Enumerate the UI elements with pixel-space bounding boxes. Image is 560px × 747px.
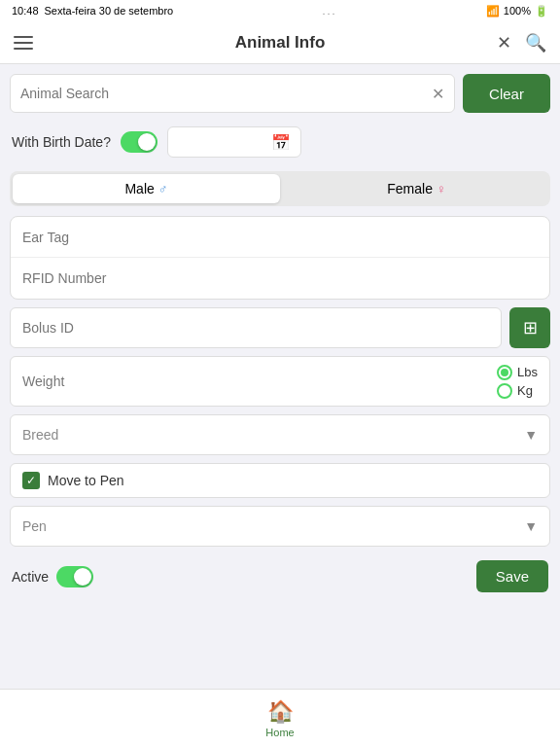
clear-button[interactable]: Clear (463, 74, 550, 113)
content: ✕ Clear With Birth Date? 30/09/2022 📅 Ma… (0, 64, 560, 606)
pen-chevron-icon: ▼ (524, 518, 538, 534)
breed-dropdown[interactable]: Breed ▼ (10, 414, 550, 455)
active-label: Active (12, 569, 49, 585)
date-input[interactable]: 30/09/2022 (178, 134, 265, 150)
qr-icon: ⊞ (523, 317, 538, 338)
search-row: ✕ Clear (10, 74, 550, 113)
ear-tag-field (11, 217, 549, 258)
calendar-icon[interactable]: 📅 (271, 133, 291, 152)
bottom-nav: 🏠 Home (0, 689, 560, 747)
date: Sexta-feira 30 de setembro (45, 5, 174, 17)
ear-rfid-section (10, 216, 550, 300)
female-label: Female (387, 181, 433, 196)
status-bar: 10:48 Sexta-feira 30 de setembro ... 📶 1… (0, 0, 560, 21)
search-input-wrapper: ✕ (10, 74, 455, 113)
breed-label: Breed (22, 427, 58, 443)
time: 10:48 (12, 5, 39, 17)
bolus-input-wrapper (10, 307, 502, 348)
kg-option[interactable]: Kg (497, 383, 538, 399)
battery-indicator: 100% (504, 5, 531, 17)
qr-scan-button[interactable]: ⊞ (509, 307, 550, 348)
home-icon[interactable]: 🏠 (267, 699, 294, 725)
lbs-label: Lbs (517, 365, 538, 379)
menu-button[interactable] (14, 36, 33, 50)
active-left: Active (12, 566, 93, 587)
status-bar-right: 📶 100% 🔋 (486, 5, 548, 18)
gender-row: Male ♂ Female ♀ (10, 171, 550, 206)
move-to-pen-row: ✓ Move to Pen (10, 463, 550, 498)
rfid-field (11, 258, 549, 299)
pen-dropdown[interactable]: Pen ▼ (10, 506, 550, 547)
weight-row: Lbs Kg (10, 356, 550, 407)
battery-icon: 🔋 (535, 5, 548, 18)
male-icon: ♂ (158, 182, 168, 196)
header-icons: ✕ 🔍 (497, 32, 546, 53)
active-toggle[interactable] (56, 566, 93, 587)
bluetooth-icon[interactable]: ✕ (497, 32, 511, 53)
lbs-option[interactable]: Lbs (497, 365, 538, 380)
home-label: Home (265, 727, 294, 738)
female-icon: ♀ (437, 182, 446, 196)
status-dots: ... (322, 5, 336, 17)
breed-chevron-icon: ▼ (524, 427, 538, 443)
status-bar-left: 10:48 Sexta-feira 30 de setembro (12, 5, 173, 17)
birth-date-toggle[interactable] (121, 131, 158, 153)
header: Animal Info ✕ 🔍 (0, 21, 560, 64)
move-to-pen-checkbox[interactable]: ✓ (22, 472, 40, 489)
page-title: Animal Info (235, 33, 326, 53)
male-label: Male (124, 181, 154, 196)
kg-label: Kg (517, 383, 533, 398)
date-input-wrapper: 30/09/2022 📅 (167, 126, 301, 158)
female-button[interactable]: Female ♀ (283, 171, 550, 206)
weight-input-wrapper (22, 374, 497, 389)
male-button[interactable]: Male ♂ (13, 174, 280, 203)
save-button[interactable]: Save (476, 560, 548, 592)
active-row: Active Save (10, 556, 550, 596)
bolus-id-input[interactable] (22, 320, 489, 336)
weight-input[interactable] (22, 374, 497, 389)
kg-radio[interactable] (497, 383, 512, 399)
move-to-pen-label: Move to Pen (48, 473, 124, 488)
search-icon[interactable]: 🔍 (525, 32, 546, 53)
search-clear-icon[interactable]: ✕ (432, 85, 444, 103)
rfid-input[interactable] (22, 270, 538, 286)
lbs-radio[interactable] (497, 365, 512, 380)
wifi-icon: 📶 (486, 5, 500, 18)
birth-date-row: With Birth Date? 30/09/2022 📅 (10, 121, 550, 163)
bolus-row: ⊞ (10, 307, 550, 348)
weight-units: Lbs Kg (497, 365, 538, 399)
pen-label: Pen (22, 518, 47, 534)
search-input[interactable] (20, 86, 432, 101)
birth-date-label: With Birth Date? (12, 134, 111, 150)
ear-tag-input[interactable] (22, 230, 538, 245)
